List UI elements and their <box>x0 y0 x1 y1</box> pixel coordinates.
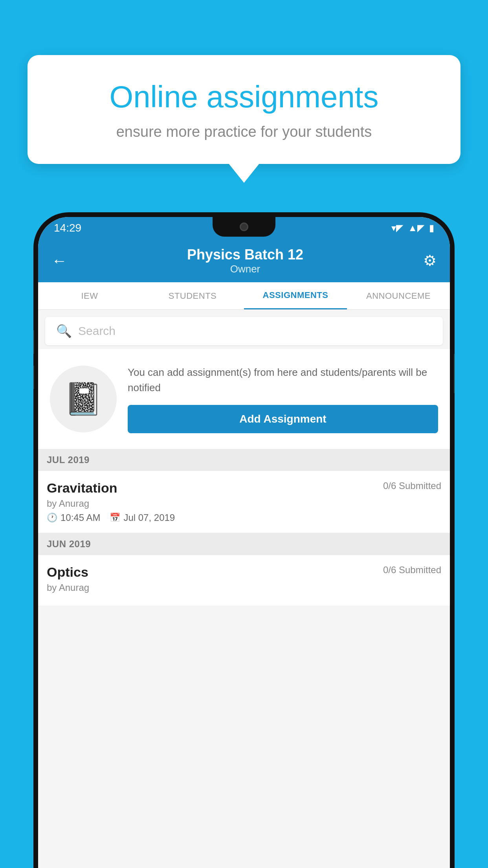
tab-assignments[interactable]: ASSIGNMENTS <box>244 282 347 309</box>
assignment-title: Gravitation <box>47 480 117 496</box>
assignment-date: Jul 07, 2019 <box>123 512 175 523</box>
assignment-top: Gravitation 0/6 Submitted <box>47 480 441 496</box>
assignment-by-optics: by Anurag <box>47 582 441 593</box>
header-title: Physics Batch 12 <box>187 246 303 263</box>
meta-date: 📅 Jul 07, 2019 <box>110 512 175 523</box>
meta-time: 🕐 10:45 AM <box>47 512 100 523</box>
volume-up-button <box>33 330 34 354</box>
assignment-item-optics[interactable]: Optics 0/6 Submitted by Anurag <box>38 555 450 606</box>
app-header: ← Physics Batch 12 Owner ⚙ <box>38 239 450 282</box>
calendar-icon: 📅 <box>110 513 120 523</box>
battery-icon: ▮ <box>429 223 434 234</box>
section-header-jul: JUL 2019 <box>38 449 450 471</box>
camera <box>240 223 248 231</box>
search-icon: 🔍 <box>56 324 72 338</box>
back-button[interactable]: ← <box>51 252 67 270</box>
phone-frame: 14:29 ▾◤ ▲◤ ▮ ← Physics Batch 12 Owner ⚙… <box>33 212 455 868</box>
status-icons: ▾◤ ▲◤ ▮ <box>391 223 434 234</box>
tabs-bar: IEW STUDENTS ASSIGNMENTS ANNOUNCEME <box>38 282 450 310</box>
assignment-meta: 🕐 10:45 AM 📅 Jul 07, 2019 <box>47 512 441 523</box>
notch <box>213 217 275 237</box>
content-area: 🔍 Search 📓 You can add assignment(s) fro… <box>38 310 450 868</box>
tab-announcements[interactable]: ANNOUNCEME <box>347 282 450 309</box>
assignment-item-gravitation[interactable]: Gravitation 0/6 Submitted by Anurag 🕐 10… <box>38 471 450 533</box>
phone-screen: 14:29 ▾◤ ▲◤ ▮ ← Physics Batch 12 Owner ⚙… <box>38 217 450 868</box>
notebook-icon-wrap: 📓 <box>50 366 117 432</box>
volume-down-button <box>33 366 34 389</box>
power-button <box>454 354 455 393</box>
tab-students[interactable]: STUDENTS <box>141 282 244 309</box>
speech-bubble: Online assignments ensure more practice … <box>28 55 460 164</box>
bubble-subtitle: ensure more practice for your students <box>55 123 433 140</box>
tab-iew[interactable]: IEW <box>38 282 141 309</box>
empty-right: You can add assignment(s) from here and … <box>128 365 438 433</box>
assignment-top-optics: Optics 0/6 Submitted <box>47 565 441 580</box>
empty-description: You can add assignment(s) from here and … <box>128 365 438 395</box>
signal-icon: ▲◤ <box>408 223 424 234</box>
section-header-jun: JUN 2019 <box>38 533 450 555</box>
clock-icon: 🕐 <box>47 513 57 523</box>
search-placeholder: Search <box>78 324 116 338</box>
header-center: Physics Batch 12 Owner <box>187 246 303 275</box>
search-bar[interactable]: 🔍 Search <box>45 317 443 345</box>
bubble-title: Online assignments <box>55 79 433 116</box>
empty-state: 📓 You can add assignment(s) from here an… <box>38 349 450 449</box>
status-time: 14:29 <box>54 222 81 234</box>
wifi-icon: ▾◤ <box>391 223 403 234</box>
settings-icon[interactable]: ⚙ <box>423 252 437 269</box>
header-subtitle: Owner <box>187 263 303 275</box>
notebook-icon: 📓 <box>64 381 103 417</box>
assignment-submitted: 0/6 Submitted <box>383 480 441 491</box>
assignment-submitted-optics: 0/6 Submitted <box>383 565 441 576</box>
assignment-by: by Anurag <box>47 498 441 509</box>
add-assignment-button[interactable]: Add Assignment <box>128 405 438 433</box>
assignment-title-optics: Optics <box>47 565 88 580</box>
assignment-time: 10:45 AM <box>61 512 100 523</box>
